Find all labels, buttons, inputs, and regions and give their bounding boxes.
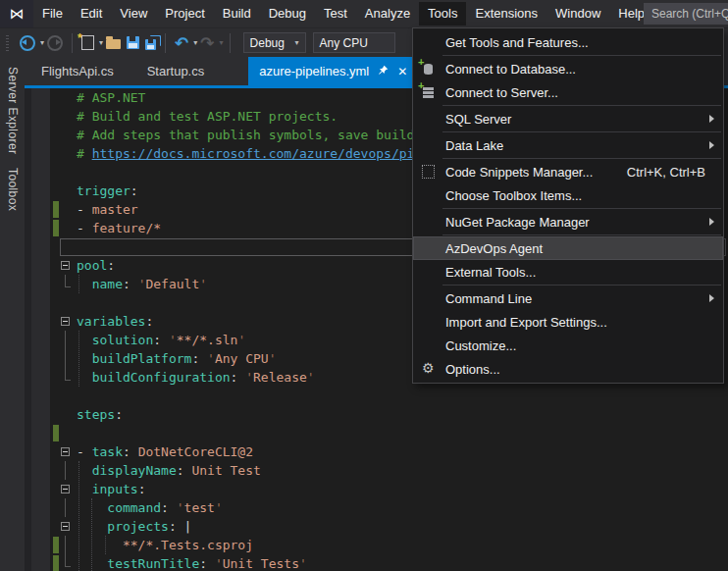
save-all-icon [145, 39, 156, 50]
menu-item-get-tools-and-features[interactable]: Get Tools and Features... [413, 30, 723, 54]
snippets-icon [420, 164, 438, 180]
menubar-item-tools[interactable]: Tools [419, 2, 466, 26]
submenu-arrow-icon [709, 294, 714, 302]
menu-item-label: SQL Server [445, 112, 511, 127]
menu-separator [442, 208, 721, 209]
menubar-item-edit[interactable]: Edit [72, 2, 111, 26]
menu-item-external-tools[interactable]: External Tools... [413, 260, 723, 284]
menu-item-options[interactable]: Options... [413, 357, 723, 381]
navigate-back-button[interactable] [17, 31, 38, 55]
menubar-item-extensions[interactable]: Extensions [466, 2, 546, 26]
redo-button[interactable]: ↷ [197, 31, 217, 55]
menu-item-label: Options... [445, 362, 500, 377]
collapse-region-icon[interactable] [61, 485, 70, 493]
toolbar-separator [230, 33, 231, 53]
code-text: buildPlatform: 'Any CPU' [77, 349, 277, 368]
menu-separator [442, 105, 721, 106]
left-tool-window-strip: Server ExplorerToolbox [0, 57, 25, 571]
change-tracking-bar [53, 220, 59, 236]
code-line: inputs: [25, 480, 728, 498]
close-icon[interactable]: ✕ [397, 66, 407, 78]
outline-guide-line [65, 498, 66, 517]
navigate-forward-button[interactable] [44, 31, 66, 55]
menu-bar: ⋈ FileEditViewProjectBuildDebugTestAnaly… [0, 0, 728, 27]
menu-item-choose-toolbox-items[interactable]: Choose Toolbox Items... [413, 183, 723, 207]
code-line: steps: [25, 405, 728, 424]
collapse-region-icon[interactable] [61, 317, 70, 326]
code-line: projects: | [25, 517, 728, 536]
code-line: command: 'test' [25, 498, 728, 517]
submenu-arrow-icon [709, 218, 714, 226]
change-tracking-bar [53, 201, 59, 218]
outline-guide-end [65, 275, 71, 287]
tab-label: Startup.cs [147, 64, 205, 78]
tab-label: azure-pipelines.yml [259, 64, 369, 78]
pin-icon[interactable] [378, 64, 389, 78]
menu-item-import-and-export-settings[interactable]: Import and Export Settings... [413, 310, 723, 334]
collapse-region-icon[interactable] [61, 522, 70, 531]
menubar-item-debug[interactable]: Debug [260, 2, 315, 26]
side-tab-server-explorer[interactable]: Server Explorer [6, 67, 20, 154]
menu-item-label: Data Lake [445, 138, 503, 153]
menubar-item-test[interactable]: Test [315, 2, 356, 26]
menubar-item-project[interactable]: Project [156, 2, 213, 26]
change-tracking-bar [53, 537, 59, 553]
code-text: variables: [77, 312, 153, 331]
menu-item-customize[interactable]: Customize... [413, 334, 723, 357]
menu-item-label: Connect to Server... [445, 85, 558, 100]
undo-icon: ↶ [175, 36, 188, 50]
save-button[interactable] [124, 31, 142, 55]
code-text: **/*.Tests.csproj [77, 536, 253, 554]
menu-item-code-snippets-manager[interactable]: Code Snippets Manager...Ctrl+K, Ctrl+B [413, 160, 723, 183]
menu-item-label: Get Tools and Features... [445, 35, 589, 50]
new-file-button[interactable] [78, 31, 97, 55]
outline-guide-end [65, 554, 71, 567]
menu-item-nuget-package-manager[interactable]: NuGet Package Manager [413, 210, 723, 234]
document-tab-azure-pipelines-yml[interactable]: azure-pipelines.yml✕ [248, 57, 418, 85]
solution-platform-dropdown[interactable]: Any CPU [313, 32, 395, 53]
menubar-item-file[interactable]: File [33, 2, 72, 26]
menu-item-azdevops-agent[interactable]: AzDevOps Agent [413, 236, 723, 260]
side-tab-toolbox[interactable]: Toolbox [6, 168, 20, 211]
code-text: command: 'test' [77, 498, 223, 517]
code-text: pool: [77, 256, 115, 275]
redo-dropdown-chevron-icon[interactable]: ▾ [220, 38, 224, 47]
menubar-item-view[interactable]: View [111, 2, 156, 26]
search-input[interactable] [644, 3, 728, 25]
save-all-button[interactable] [142, 31, 159, 55]
toolbar-grip-handle[interactable] [6, 35, 9, 51]
collapse-region-icon[interactable] [61, 261, 70, 270]
menu-item-label: Command Line [445, 291, 532, 306]
menubar-item-build[interactable]: Build [214, 2, 260, 26]
menu-item-command-line[interactable]: Command Line [413, 286, 723, 310]
change-tracking-bar [53, 425, 59, 441]
menubar-item-window[interactable]: Window [546, 2, 609, 26]
menu-item-data-lake[interactable]: Data Lake [413, 133, 723, 157]
code-text: - task: DotNetCoreCLI@2 [77, 442, 253, 461]
menu-item-label: External Tools... [445, 265, 536, 280]
collapse-region-icon[interactable] [61, 447, 70, 456]
code-text: solution: '**/*.sln' [77, 331, 245, 349]
menu-item-connect-to-database[interactable]: Connect to Database... [413, 57, 723, 80]
solution-configuration-dropdown[interactable]: Debug ▾ [243, 32, 306, 53]
code-line: displayName: Unit Test [25, 461, 728, 480]
tab-label: FlightsApi.cs [41, 64, 114, 78]
undo-button[interactable]: ↶ [172, 31, 191, 55]
solution-platform-value: Any CPU [320, 36, 368, 50]
code-text: trigger: [77, 182, 138, 200]
menu-item-sql-server[interactable]: SQL Server [413, 107, 723, 130]
code-line: testRunTitle: 'Unit Tests' [25, 554, 728, 571]
menu-item-label: Import and Export Settings... [445, 315, 607, 330]
menu-item-connect-to-server[interactable]: Connect to Server... [413, 80, 723, 104]
document-tab-Startup-cs[interactable]: Startup.cs [130, 57, 222, 85]
menubar-item-analyze[interactable]: Analyze [356, 2, 419, 26]
menu-item-label: Customize... [445, 338, 516, 353]
outline-guide-line [65, 536, 66, 554]
code-text: - master [77, 200, 138, 219]
server-add-icon [420, 84, 438, 100]
menu-separator [442, 234, 721, 235]
submenu-arrow-icon [709, 115, 714, 123]
document-tab-FlightsApi-cs[interactable]: FlightsApi.cs [25, 57, 130, 85]
code-text: inputs: [77, 480, 145, 498]
open-file-button[interactable] [103, 31, 124, 55]
